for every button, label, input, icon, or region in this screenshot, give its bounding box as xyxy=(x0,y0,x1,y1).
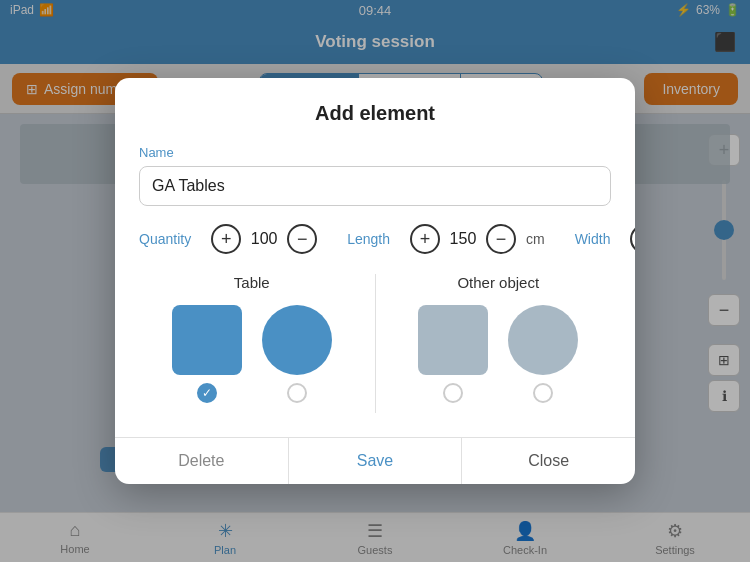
other-shape-section: Other object xyxy=(386,274,612,413)
other-shapes xyxy=(418,305,578,403)
length-spinner: + 150 − cm xyxy=(410,224,545,254)
modal-body: Add element Name Quantity + 100 − Length… xyxy=(115,78,635,437)
length-decrement[interactable]: − xyxy=(486,224,516,254)
length-value: 150 xyxy=(448,230,478,248)
name-input[interactable] xyxy=(139,166,611,206)
table-shapes xyxy=(172,305,332,403)
table-circle-shape xyxy=(262,305,332,375)
quantity-value: 100 xyxy=(249,230,279,248)
section-divider xyxy=(375,274,376,413)
other-square-option[interactable] xyxy=(418,305,488,403)
width-spinner: + 50 − cm xyxy=(630,224,635,254)
shapes-row: Table Other object xyxy=(139,274,611,413)
other-section-title: Other object xyxy=(457,274,539,291)
modal-footer: Delete Save Close xyxy=(115,437,635,484)
other-square-radio[interactable] xyxy=(443,383,463,403)
quantity-increment[interactable]: + xyxy=(211,224,241,254)
width-increment[interactable]: + xyxy=(630,224,635,254)
modal-title: Add element xyxy=(139,102,611,125)
other-circle-shape xyxy=(508,305,578,375)
spinners-row: Quantity + 100 − Length + 150 − cm Width… xyxy=(139,224,611,254)
table-circle-radio[interactable] xyxy=(287,383,307,403)
name-field-label: Name xyxy=(139,145,611,160)
length-increment[interactable]: + xyxy=(410,224,440,254)
other-circle-option[interactable] xyxy=(508,305,578,403)
width-label: Width xyxy=(575,231,611,247)
table-square-radio[interactable] xyxy=(197,383,217,403)
table-circle-option[interactable] xyxy=(262,305,332,403)
modal-overlay: Add element Name Quantity + 100 − Length… xyxy=(0,0,750,562)
length-label: Length xyxy=(347,231,390,247)
table-section-title: Table xyxy=(234,274,270,291)
other-circle-radio[interactable] xyxy=(533,383,553,403)
quantity-decrement[interactable]: − xyxy=(287,224,317,254)
quantity-spinner: + 100 − xyxy=(211,224,317,254)
close-button[interactable]: Close xyxy=(462,438,635,484)
save-button[interactable]: Save xyxy=(289,438,463,484)
table-square-option[interactable] xyxy=(172,305,242,403)
length-unit: cm xyxy=(526,231,545,247)
quantity-label: Quantity xyxy=(139,231,191,247)
delete-button[interactable]: Delete xyxy=(115,438,289,484)
add-element-modal: Add element Name Quantity + 100 − Length… xyxy=(115,78,635,484)
table-shape-section: Table xyxy=(139,274,365,413)
other-square-shape xyxy=(418,305,488,375)
table-square-shape xyxy=(172,305,242,375)
